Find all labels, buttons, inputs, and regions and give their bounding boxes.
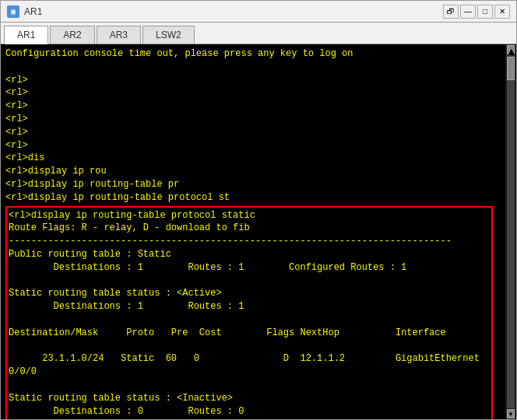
highlighted-terminal-text: <rl>display ip routing-table protocol st… [9,209,490,418]
scroll-track[interactable] [507,55,515,408]
restore-button[interactable]: 🗗 [443,5,459,19]
tab-ar1[interactable]: AR1 [4,26,48,44]
scroll-thumb[interactable] [507,57,515,80]
terminal-text-block: Configuration console time out, please p… [5,47,504,419]
main-window: ▣ AR1 🗗 — □ ✕ AR1 AR2 AR3 LSW2 Configura… [0,0,517,420]
scroll-down-arrow[interactable]: ▼ [507,409,515,418]
close-button[interactable]: ✕ [494,5,510,19]
icon-label: ▣ [11,7,16,16]
terminal-area: Configuration console time out, please p… [1,44,516,419]
maximize-button[interactable]: □ [477,5,493,19]
scroll-up-arrow[interactable]: ▲ [507,45,515,54]
title-controls: 🗗 — □ ✕ [443,5,510,19]
terminal-lines-before: Configuration console time out, please p… [5,47,493,205]
title-bar: ▣ AR1 🗗 — □ ✕ [1,1,516,23]
tab-ar2[interactable]: AR2 [50,26,94,44]
title-bar-left: ▣ AR1 [7,5,42,18]
window-title: AR1 [24,6,42,17]
tab-ar3[interactable]: AR3 [97,26,141,44]
terminal-content[interactable]: Configuration console time out, please p… [1,44,505,419]
tabs-bar: AR1 AR2 AR3 LSW2 [1,23,516,44]
highlighted-section: <rl>display ip routing-table protocol st… [5,206,493,419]
window-icon: ▣ [7,5,19,18]
minimize-button[interactable]: — [460,5,476,19]
scrollbar[interactable]: ▲ ▼ [505,44,516,419]
tab-lsw2[interactable]: LSW2 [142,26,195,44]
